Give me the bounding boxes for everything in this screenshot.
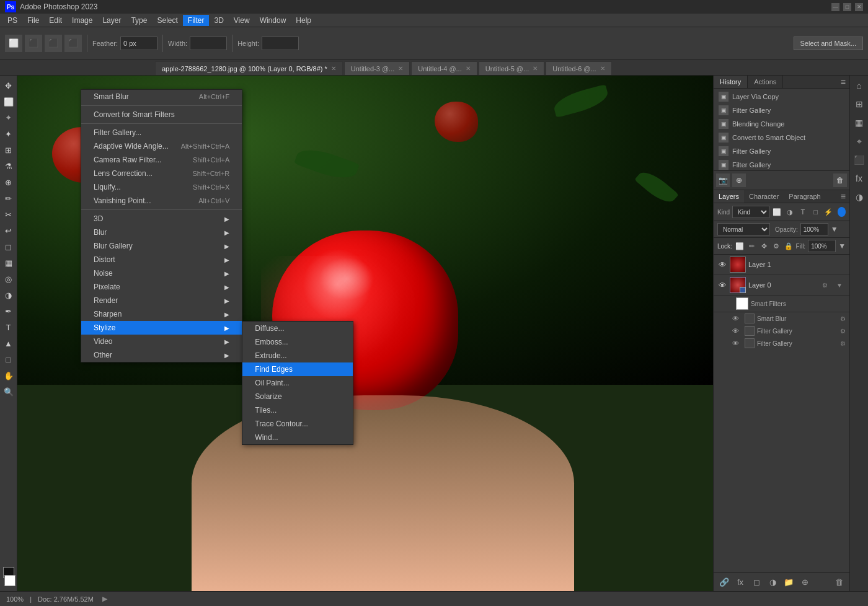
filter-camera-raw[interactable]: Camera Raw Filter... Shift+Ctrl+A [81, 153, 242, 167]
filter-distort[interactable]: Distort ▶ [81, 253, 242, 266]
filter-blur-gallery[interactable]: Blur Gallery ▶ [81, 239, 242, 253]
menu-window[interactable]: Window [255, 15, 291, 26]
tab-close-untitled6[interactable]: ✕ [600, 65, 605, 72]
layer-filter-shape[interactable]: □ [810, 206, 821, 218]
opacity-input[interactable] [800, 223, 828, 235]
tab-close-untitled4[interactable]: ✕ [466, 65, 471, 72]
layer0-visibility[interactable]: 👁 [717, 280, 727, 290]
channels-button[interactable]: ▦ [852, 115, 867, 130]
tab-apple[interactable]: apple-2788662_1280.jpg @ 100% (Layer 0, … [155, 61, 343, 75]
layer-delete-button[interactable]: 🗑 [832, 575, 846, 589]
tab-untitled4[interactable]: Untitled-4 @... ✕ [411, 61, 477, 75]
stylize-solarize[interactable]: Solarize [242, 390, 353, 403]
menu-file[interactable]: File [22, 15, 44, 26]
filter-pixelate[interactable]: Pixelate ▶ [81, 280, 242, 294]
filter-smart-blur[interactable]: Smart Blur Alt+Ctrl+F [81, 90, 242, 103]
stylize-find-edges[interactable]: Find Edges [242, 362, 353, 376]
history-item-layer-via-copy[interactable]: ▣ Layer Via Copy [714, 90, 849, 103]
history-item-convert-smart[interactable]: ▣ Convert to Smart Object [714, 131, 849, 144]
layer-item-layer1[interactable]: 👁 Layer 1 [714, 255, 849, 275]
tab-untitled6[interactable]: Untitled-6 @... ✕ [546, 61, 611, 75]
gallery1-vis[interactable]: 👁 [732, 327, 742, 335]
lock-transparent[interactable]: ⬜ [735, 240, 745, 252]
menu-3d[interactable]: 3D [209, 15, 228, 26]
smart-blur-adjust[interactable]: ⚙ [840, 315, 846, 322]
history-item-filter-gallery3[interactable]: ▣ Filter Gallery [714, 158, 849, 170]
menu-filter[interactable]: Filter [183, 15, 210, 26]
filter-convert-smart[interactable]: Convert for Smart Filters [81, 108, 242, 121]
menu-help[interactable]: Help [291, 15, 316, 26]
tool-pen[interactable]: ✒ [1, 304, 16, 318]
history-delete-btn[interactable]: 🗑 [833, 173, 847, 187]
lock-image[interactable]: ✏ [747, 240, 757, 252]
tool-shape[interactable]: □ [1, 352, 16, 367]
layer-group-button[interactable]: 📁 [782, 575, 795, 589]
kind-select[interactable]: Kind [732, 206, 769, 218]
smart-blur-vis[interactable]: 👁 [732, 315, 742, 322]
filter-sharpen[interactable]: Sharpen ▶ [81, 307, 242, 321]
menu-view[interactable]: View [229, 15, 255, 26]
layers-tab[interactable]: Layers [714, 190, 744, 203]
history-panel-menu[interactable]: ≡ [837, 76, 849, 88]
far-right-home[interactable]: ⌂ [852, 78, 867, 93]
stylize-emboss[interactable]: Emboss... [242, 335, 353, 349]
height-input[interactable] [262, 37, 299, 50]
tab-close-untitled3[interactable]: ✕ [398, 65, 403, 72]
lock-all[interactable]: 🔒 [784, 240, 794, 252]
layer-link-button[interactable]: 🔗 [717, 575, 731, 589]
tool-dodge[interactable]: ◑ [1, 288, 16, 302]
layer-filter-active[interactable] [838, 207, 846, 217]
far-right-grid[interactable]: ⊞ [852, 97, 867, 112]
filter-gallery[interactable]: Filter Gallery... [81, 126, 242, 139]
paths-button[interactable]: ⌖ [852, 134, 867, 149]
filter-adaptive-wide[interactable]: Adaptive Wide Angle... Alt+Shift+Ctrl+A [81, 139, 242, 153]
layer-fx-button[interactable]: fx [733, 575, 747, 589]
stylize-extrude[interactable]: Extrude... [242, 349, 353, 362]
fill-arrow[interactable]: ▼ [838, 242, 846, 250]
menu-edit[interactable]: Edit [44, 15, 67, 26]
blend-mode-select[interactable]: Normal [717, 223, 770, 235]
tool-gradient[interactable]: ▦ [1, 255, 16, 270]
layer-new-button[interactable]: ⊕ [798, 575, 812, 589]
filter-other[interactable]: Other ▶ [81, 348, 242, 362]
stylize-diffuse[interactable]: Diffuse... [242, 322, 353, 335]
layer1-visibility[interactable]: 👁 [717, 260, 727, 270]
layer0-extra1[interactable]: ⚙ [818, 279, 831, 291]
tool-brush[interactable]: ✏ [1, 191, 16, 206]
layer-item-layer0[interactable]: 👁 Layer 0 ⚙ ▼ [714, 275, 849, 296]
filter-stylize[interactable]: Stylize ▶ Diffuse... Emboss... Extrude..… [81, 321, 242, 335]
tool-eraser[interactable]: ◻ [1, 239, 16, 254]
tool-blur[interactable]: ◎ [1, 271, 16, 286]
menu-image[interactable]: Image [67, 15, 97, 26]
history-item-filter-gallery1[interactable]: ▣ Filter Gallery [714, 103, 849, 117]
tab-untitled5[interactable]: Untitled-5 @... ✕ [479, 61, 544, 75]
tool-marquee[interactable]: ⬜ [5, 35, 22, 52]
gallery1-adjust[interactable]: ⚙ [840, 328, 846, 335]
layer-filter-adjust[interactable]: ◑ [785, 206, 795, 218]
tool-options2[interactable]: ⬛ [45, 35, 62, 52]
menu-ps[interactable]: PS [2, 15, 22, 26]
close-button[interactable]: ✕ [855, 3, 863, 11]
select-mask-button[interactable]: Select and Mask... [794, 37, 864, 50]
history-item-filter-gallery2[interactable]: ▣ Filter Gallery [714, 144, 849, 158]
smart-filter-smart-blur[interactable]: 👁 Smart Blur ⚙ [714, 312, 849, 325]
filter-noise[interactable]: Noise ▶ [81, 266, 242, 280]
tool-options1[interactable]: ⬛ [25, 35, 42, 52]
far-right-fx[interactable]: fx [852, 171, 867, 186]
lock-position[interactable]: ✥ [759, 240, 769, 252]
paragraph-tab[interactable]: Paragraph [784, 190, 825, 203]
history-new-from-state-btn[interactable]: ⊕ [732, 173, 746, 187]
tool-eyedropper[interactable]: ⚗ [1, 159, 16, 173]
tool-healing[interactable]: ⊕ [1, 175, 16, 190]
layer-mask-button[interactable]: ◻ [750, 575, 763, 589]
far-right-adjust[interactable]: ◑ [852, 190, 867, 204]
filter-liquify[interactable]: Liquify... Shift+Ctrl+X [81, 180, 242, 194]
opacity-arrow[interactable]: ▼ [831, 225, 838, 234]
tool-lasso[interactable]: ⌖ [1, 110, 16, 125]
layers-panel-menu[interactable]: ≡ [837, 190, 849, 203]
feather-input[interactable] [120, 37, 157, 50]
layer-adjustment-button[interactable]: ◑ [766, 575, 779, 589]
tab-untitled3[interactable]: Untitled-3 @... ✕ [344, 61, 410, 75]
gallery2-adjust[interactable]: ⚙ [840, 340, 846, 347]
tool-text[interactable]: T [1, 320, 16, 335]
